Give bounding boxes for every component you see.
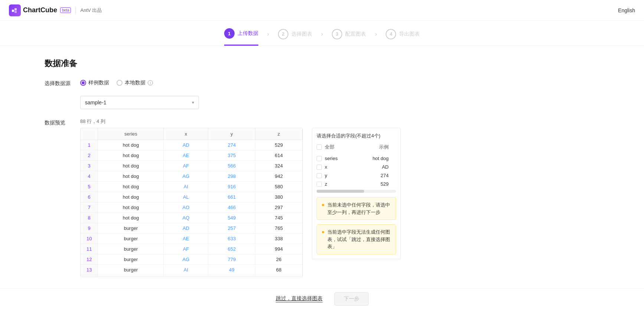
row-number: 14 bbox=[81, 275, 98, 277]
field-checkbox[interactable] bbox=[317, 182, 322, 187]
logo-icon bbox=[9, 4, 21, 16]
beta-badge: beta bbox=[60, 7, 71, 13]
logo: ChartCube beta bbox=[9, 4, 71, 16]
field-name: x bbox=[325, 164, 340, 170]
table-header-row: series x y z bbox=[81, 128, 303, 140]
cell-value: 251 bbox=[208, 275, 255, 277]
field-row[interactable]: z 529 bbox=[317, 180, 396, 188]
step-1[interactable]: 1 上传数据 bbox=[224, 28, 258, 46]
logo-text: ChartCube bbox=[23, 6, 57, 14]
cell-value: hot dog bbox=[98, 213, 164, 223]
row-number: 2 bbox=[81, 150, 98, 161]
cell-value: AL bbox=[164, 192, 208, 202]
table-row: 2hot dogAE375614 bbox=[81, 150, 303, 161]
col-header-z: z bbox=[255, 128, 303, 140]
main-content: 数据准备 选择数据源 样例数据 本地数据 i sample-1 ▾ 数据预览 8… bbox=[0, 46, 644, 289]
row-number: 8 bbox=[81, 213, 98, 223]
language-button[interactable]: English bbox=[618, 7, 635, 13]
step-4-circle: 4 bbox=[386, 29, 396, 39]
radio-local-label: 本地数据 bbox=[125, 79, 146, 86]
radio-local[interactable]: 本地数据 i bbox=[117, 79, 153, 86]
dropdown-value: sample-1 bbox=[85, 100, 107, 105]
dropdown-row: sample-1 ▾ bbox=[80, 96, 599, 109]
chevron-down-icon: ▾ bbox=[192, 100, 194, 105]
field-checkbox[interactable] bbox=[317, 173, 322, 178]
cell-value: burger bbox=[98, 275, 164, 277]
field-checkbox[interactable] bbox=[317, 156, 322, 161]
preview-label: 数据预览 bbox=[45, 118, 74, 126]
steps-bar: 1 上传数据 › 2 选择图表 › 3 配置图表 › 4 导出图表 bbox=[0, 21, 644, 46]
cell-value: 745 bbox=[255, 213, 303, 223]
step-arrow-2: › bbox=[321, 31, 323, 43]
cell-value: 566 bbox=[208, 161, 255, 171]
step-2[interactable]: 2 选择图表 bbox=[278, 29, 312, 45]
header-left: ChartCube beta AntV 出品 bbox=[9, 4, 102, 16]
horizontal-scrollbar[interactable] bbox=[317, 190, 396, 193]
cell-value: AE bbox=[164, 150, 208, 161]
step-arrow-1: › bbox=[267, 31, 269, 43]
cell-value: 26 bbox=[255, 254, 303, 265]
field-row[interactable]: series hot dog bbox=[317, 154, 396, 163]
field-row[interactable]: x AD bbox=[317, 163, 396, 171]
cell-value: 380 bbox=[255, 192, 303, 202]
info-icon[interactable]: i bbox=[148, 80, 153, 85]
cell-value: burger bbox=[98, 244, 164, 254]
field-example: 274 bbox=[380, 173, 396, 178]
select-all-checkbox[interactable] bbox=[317, 144, 322, 150]
cell-value: hot dog bbox=[98, 140, 164, 150]
cell-value: AF bbox=[164, 161, 208, 171]
cell-value: AF bbox=[164, 244, 208, 254]
table-row: 12burgerAG77926 bbox=[81, 254, 303, 265]
radio-local-circle bbox=[117, 80, 122, 86]
source-label: 选择数据源 bbox=[45, 78, 74, 87]
row-number: 12 bbox=[81, 254, 98, 265]
cell-value: 68 bbox=[255, 265, 303, 275]
step-4-label: 导出图表 bbox=[399, 31, 420, 38]
table-scroll[interactable]: series x y z 1hot dogAD2745292hot dogAE3… bbox=[81, 128, 303, 277]
page-title: 数据准备 bbox=[45, 58, 599, 69]
antv-label: AntV 出品 bbox=[80, 7, 102, 14]
field-name: y bbox=[325, 173, 340, 178]
table-row: 7hot dogAO466297 bbox=[81, 202, 303, 213]
warning-icon-1: ● bbox=[321, 202, 324, 208]
field-selector-title: 请选择合适的字段(不超过4个) bbox=[317, 133, 396, 139]
cell-value: AO bbox=[164, 202, 208, 213]
cell-value: burger bbox=[98, 223, 164, 234]
cell-value: 529 bbox=[255, 140, 303, 150]
cell-value: hot dog bbox=[98, 192, 164, 202]
warning-text-1: 当前未选中任何字段，请选中至少一列，再进行下一步 bbox=[327, 201, 391, 216]
cell-value: AD bbox=[164, 140, 208, 150]
cell-value: 338 bbox=[255, 234, 303, 244]
cell-value: 652 bbox=[208, 244, 255, 254]
source-row: 选择数据源 样例数据 本地数据 i bbox=[45, 78, 599, 87]
table-row: 4hot dogAG298942 bbox=[81, 171, 303, 182]
cell-value: AD bbox=[164, 223, 208, 234]
radio-sample[interactable]: 样例数据 bbox=[80, 79, 109, 86]
cell-value: AE bbox=[164, 234, 208, 244]
cell-value: 994 bbox=[255, 244, 303, 254]
step-4[interactable]: 4 导出图表 bbox=[386, 29, 420, 45]
cell-value: 466 bbox=[208, 202, 255, 213]
row-number: 1 bbox=[81, 140, 98, 150]
cell-value: AQ bbox=[164, 213, 208, 223]
field-example: hot dog bbox=[373, 156, 396, 161]
col-header-y: y bbox=[208, 128, 255, 140]
cell-value: AL bbox=[164, 275, 208, 277]
cell-value: 49 bbox=[208, 265, 255, 275]
row-number: 7 bbox=[81, 202, 98, 213]
row-number: 3 bbox=[81, 161, 98, 171]
cell-value: 779 bbox=[208, 254, 255, 265]
row-number: 5 bbox=[81, 182, 98, 192]
field-header: 全部 示例 bbox=[317, 144, 396, 150]
cell-value: 324 bbox=[255, 161, 303, 171]
step-3[interactable]: 3 配置图表 bbox=[332, 29, 366, 45]
step-3-circle: 3 bbox=[332, 29, 342, 39]
preview-section: 数据预览 88 行，4 列 series x y bbox=[45, 118, 599, 277]
row-number: 10 bbox=[81, 234, 98, 244]
sample-dropdown[interactable]: sample-1 ▾ bbox=[80, 96, 199, 109]
field-checkbox[interactable] bbox=[317, 165, 322, 170]
svg-rect-1 bbox=[14, 8, 17, 10]
row-number: 4 bbox=[81, 171, 98, 182]
field-row[interactable]: y 274 bbox=[317, 171, 396, 180]
footer: 跳过，直接选择图表 下一步 bbox=[0, 288, 644, 289]
